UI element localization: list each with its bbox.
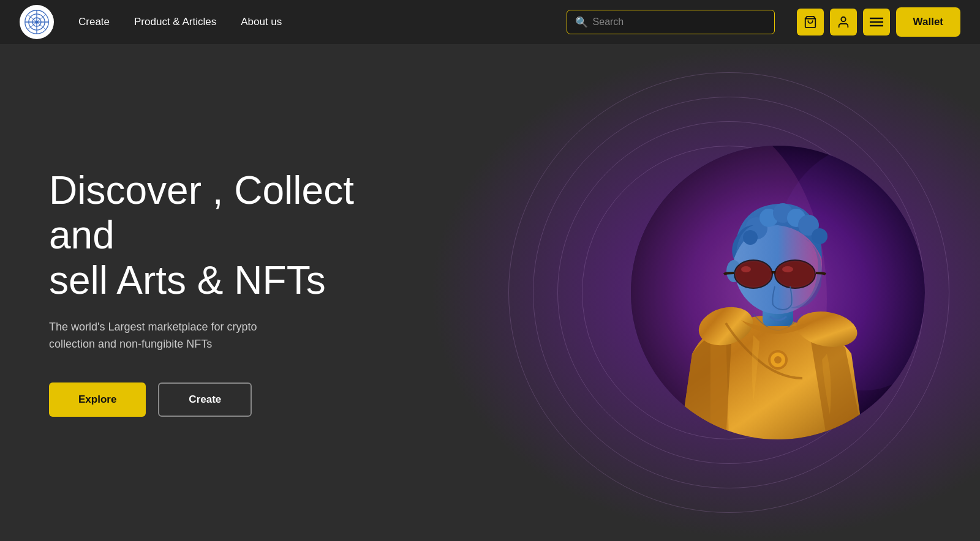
nav-products[interactable]: Product & Articles	[134, 16, 216, 28]
hero-section: Discover , Collect and sell Arts & NFTs …	[0, 44, 980, 541]
logo[interactable]	[20, 5, 54, 39]
explore-button[interactable]: Explore	[49, 382, 146, 417]
nav-links: Create Product & Articles About us	[78, 16, 282, 28]
statue-image	[631, 146, 925, 439]
bag-icon	[804, 15, 817, 29]
nav-create[interactable]: Create	[78, 16, 110, 28]
search-wrapper: 🔍	[567, 10, 775, 34]
svg-point-36	[782, 266, 793, 272]
navbar: Create Product & Articles About us 🔍	[0, 0, 980, 44]
bag-button[interactable]	[797, 9, 824, 35]
hero-buttons: Explore Create	[49, 382, 417, 417]
svg-point-35	[777, 262, 813, 286]
svg-point-31	[736, 262, 771, 286]
logo-icon	[24, 9, 50, 35]
wallet-button[interactable]: Wallet	[896, 7, 960, 37]
svg-point-25	[743, 230, 758, 245]
svg-point-32	[741, 266, 751, 272]
svg-point-39	[774, 356, 782, 364]
svg-point-26	[812, 228, 827, 244]
nav-actions: Wallet	[797, 7, 960, 37]
user-icon	[837, 15, 850, 29]
svg-point-9	[841, 17, 845, 21]
nav-about[interactable]: About us	[241, 16, 282, 28]
statue-svg	[631, 146, 925, 439]
hero-content: Discover , Collect and sell Arts & NFTs …	[49, 168, 417, 417]
svg-point-7	[35, 20, 38, 23]
hero-title: Discover , Collect and sell Arts & NFTs	[49, 168, 417, 304]
create-button[interactable]: Create	[158, 382, 252, 417]
hamburger-icon	[870, 17, 883, 27]
profile-button[interactable]	[830, 9, 857, 35]
hero-subtitle: The world's Largest marketplace for cryp…	[49, 318, 282, 354]
search-input[interactable]	[567, 10, 775, 34]
menu-button[interactable]	[863, 9, 890, 35]
